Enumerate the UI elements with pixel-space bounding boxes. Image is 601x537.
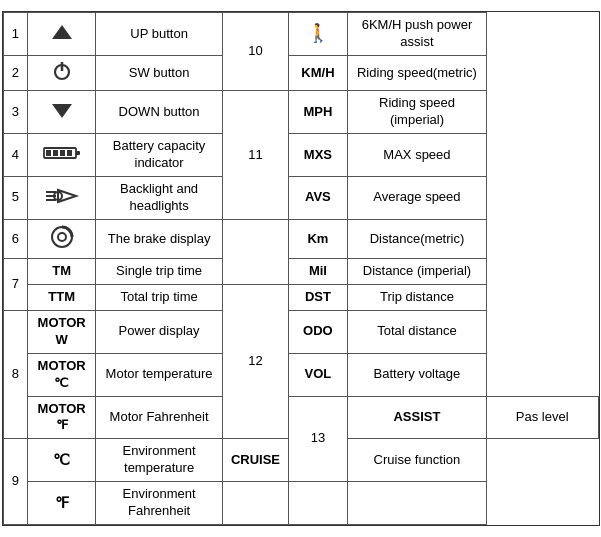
symbol-dst: DST [288, 285, 347, 311]
symbol-kmh: KM/H [288, 55, 347, 91]
desc-trip-dist: Trip distance [348, 285, 487, 311]
table-row: MOTOR ℃ Motor temperature VOL Battery vo… [3, 353, 598, 396]
ttm-icon: TTM [28, 285, 96, 311]
desc-pas-level: Pas level [486, 396, 598, 439]
power-icon [28, 55, 96, 91]
row-num: 3 [3, 91, 28, 134]
desc-riding-metric: Riding speed(metric) [348, 55, 487, 91]
tm-icon: TM [28, 259, 96, 285]
desc-empty [348, 482, 487, 525]
desc-env-c: Environment temperature [95, 439, 222, 482]
brake-icon [28, 219, 96, 259]
symbol-mph: MPH [288, 91, 347, 134]
desc-motor-w: Power display [95, 311, 222, 354]
desc-up-button: UP button [95, 13, 222, 56]
desc-battery: Battery capacity indicator [95, 134, 222, 177]
right-num-11: 11 [223, 91, 289, 219]
symbol-walker: 🚶 [288, 13, 347, 56]
desc-total-trip: Total trip time [95, 285, 222, 311]
motor-c-icon: MOTOR ℃ [28, 353, 96, 396]
desc-down-button: DOWN button [95, 91, 222, 134]
desc-motor-c: Motor temperature [95, 353, 222, 396]
row-num-9: 9 [3, 439, 28, 525]
down-arrow-icon [28, 91, 96, 134]
env-c-icon: ℃ [28, 439, 96, 482]
symbol-mxs: MXS [288, 134, 347, 177]
desc-battery-volt: Battery voltage [348, 353, 487, 396]
desc-brake: The brake display [95, 219, 222, 259]
table-row: 4 Battery capacity indicator MXS MAX spe… [3, 134, 598, 177]
right-num-empty-6 [223, 219, 289, 284]
desc-env-f: Environment Fahrenheit [95, 482, 222, 525]
right-num-empty-9b [223, 482, 289, 525]
right-num-13: 13 [288, 396, 347, 482]
symbol-mil: Mil [288, 259, 347, 285]
row-num: 4 [3, 134, 28, 177]
table-row: 3 DOWN button 11 MPH Riding speed (imper… [3, 91, 598, 134]
table-row: TTM Total trip time 12 DST Trip distance [3, 285, 598, 311]
row-num-7: 7 [3, 259, 28, 311]
row-num: 1 [3, 13, 28, 56]
symbol-vol: VOL [288, 353, 347, 396]
svg-rect-5 [53, 150, 58, 156]
table-row: MOTOR ℉ Motor Fahrenheit 13 ASSIST Pas l… [3, 396, 598, 439]
right-num-10: 10 [223, 13, 289, 91]
battery-icon [28, 134, 96, 177]
env-f-icon: ℉ [28, 482, 96, 525]
table-row: 2 SW button KM/H Riding speed(metric) [3, 55, 598, 91]
table-row: 5 Backlight and headlights AVS Average s… [3, 176, 598, 219]
desc-push-power: 6KM/H push power assist [348, 13, 487, 56]
desc-motor-f: Motor Fahrenheit [95, 396, 222, 439]
svg-rect-3 [76, 151, 80, 155]
motor-f-icon: MOTOR ℉ [28, 396, 96, 439]
desc-total-dist: Total distance [348, 311, 487, 354]
svg-rect-4 [46, 150, 51, 156]
desc-max-speed: MAX speed [348, 134, 487, 177]
table-row: 6 The brake display Km Distance(metric) [3, 219, 598, 259]
svg-point-14 [58, 233, 66, 241]
table-row: ℉ Environment Fahrenheit [3, 482, 598, 525]
desc-riding-imperial: Riding speed (imperial) [348, 91, 487, 134]
table-row: 7 TM Single trip time Mil Distance (impe… [3, 259, 598, 285]
desc-sw-button: SW button [95, 55, 222, 91]
symbol-odo: ODO [288, 311, 347, 354]
symbol-km: Km [288, 219, 347, 259]
row-num: 2 [3, 55, 28, 91]
row-num: 5 [3, 176, 28, 219]
table-row: 1 UP button 10 🚶 6KM/H push power assist [3, 13, 598, 56]
symbol-avs: AVS [288, 176, 347, 219]
desc-cruise: Cruise function [348, 439, 487, 482]
desc-dist-metric: Distance(metric) [348, 219, 487, 259]
table-row: 8 MOTOR W Power display ODO Total distan… [3, 311, 598, 354]
right-num-12: 12 [223, 285, 289, 439]
symbol-assist: ASSIST [348, 396, 487, 439]
row-num-8: 8 [3, 311, 28, 439]
row-num: 6 [3, 219, 28, 259]
motor-w-icon: MOTOR W [28, 311, 96, 354]
up-arrow-icon [28, 13, 96, 56]
desc-backlight: Backlight and headlights [95, 176, 222, 219]
desc-avg-speed: Average speed [348, 176, 487, 219]
desc-dist-imperial: Distance (imperial) [348, 259, 487, 285]
svg-rect-6 [60, 150, 65, 156]
desc-single-trip: Single trip time [95, 259, 222, 285]
symbol-cruise: CRUISE [223, 439, 289, 482]
symbol-empty [288, 482, 347, 525]
svg-rect-7 [67, 150, 72, 156]
backlight-icon [28, 176, 96, 219]
